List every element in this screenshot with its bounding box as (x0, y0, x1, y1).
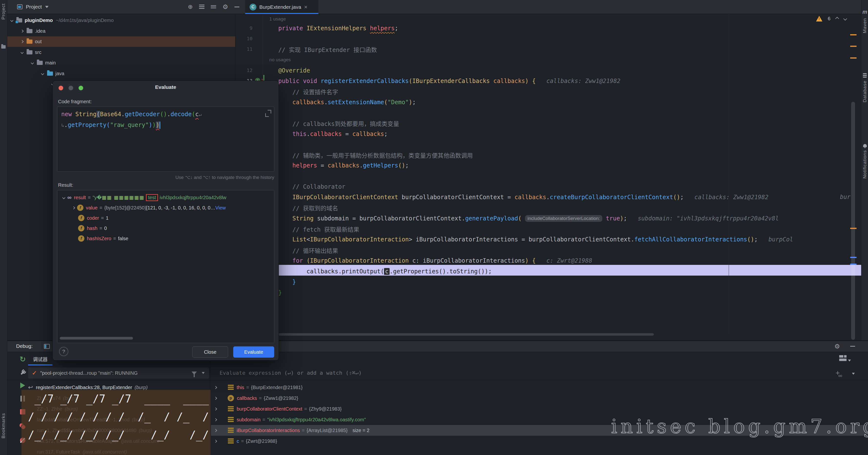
scrollbar-warning-mark[interactable] (850, 228, 857, 229)
code-line[interactable]: this.callbacks = callbacks; (264, 129, 388, 139)
project-tool-icon[interactable] (1, 45, 6, 49)
chevron-down-icon[interactable] (848, 360, 851, 362)
tool-stripe-maven[interactable]: mMaven (861, 9, 868, 33)
code-line[interactable]: 1 usage (264, 14, 286, 24)
gear-icon[interactable]: ⚙ (222, 3, 228, 11)
inspections-widget[interactable]: 6 (816, 16, 846, 22)
chevron-right-icon[interactable] (72, 206, 75, 209)
watch-input-hint[interactable]: Evaluate expression (↵) or add a watch (… (220, 370, 362, 376)
wrench-icon[interactable] (19, 368, 27, 376)
chevron-right-icon[interactable] (214, 429, 217, 432)
tab-debugger[interactable]: 调试器 (28, 354, 53, 365)
chevron-down-icon[interactable] (852, 373, 855, 375)
tree-row-src[interactable]: src (7, 47, 236, 58)
variable-value: false (118, 236, 128, 241)
scrollbar-warning-mark[interactable] (850, 46, 857, 47)
next-warning-icon[interactable] (843, 17, 847, 21)
chevron-down-icon[interactable] (41, 72, 44, 75)
gear-icon[interactable]: ⚙ (834, 343, 840, 350)
prev-warning-icon[interactable] (835, 17, 839, 21)
help-button[interactable]: ? (59, 347, 68, 356)
close-button[interactable]: Close (192, 346, 228, 358)
scrollbar-warning-mark[interactable] (850, 34, 857, 35)
hide-debug-icon[interactable] (850, 346, 855, 346)
chevron-down-icon[interactable] (62, 196, 65, 199)
tree-row-java[interactable]: java (7, 68, 236, 79)
equals-sign: = (241, 438, 244, 444)
scrollbar-info-mark[interactable] (850, 257, 857, 258)
editor-tab[interactable]: C BurpExtender.java × (245, 0, 318, 14)
chevron-right-icon[interactable] (21, 40, 24, 43)
chevron-down-icon[interactable] (10, 19, 13, 22)
code-line[interactable]: IBurpCollaboratorClientContext burpColla… (264, 192, 769, 202)
debug-layout-icon[interactable] (44, 344, 50, 349)
editor-horizontal-scrollbar[interactable] (278, 333, 654, 336)
scrollbar-warning-mark[interactable] (850, 57, 857, 59)
chevron-right-icon[interactable] (214, 418, 217, 421)
locate-icon[interactable]: ⊕ (188, 3, 193, 10)
filter-icon[interactable] (191, 371, 197, 375)
result-tree[interactable]: ∞result="y�▦▦ ▦▦▦▦▦▦testivhl3pdsxkqjftrp… (57, 190, 274, 343)
chevron-right-icon[interactable] (214, 407, 217, 411)
thread-selector[interactable]: ✓ "pool-project-thread...roup "main": RU… (28, 367, 209, 378)
dialog-code-line[interactable]: new String(Base64.getDecoder().decode(c↵ (61, 111, 202, 118)
code-fragment-input[interactable]: new String(Base64.getDecoder().decode(c↵… (57, 107, 274, 172)
expand-editor-icon[interactable] (265, 110, 271, 116)
code-token (303, 257, 306, 264)
hide-panel-icon[interactable] (235, 7, 239, 7)
chevron-down-icon[interactable] (31, 61, 34, 64)
code-line[interactable]: callbacks.printOutput(c.getProperties().… (264, 266, 492, 277)
chevron-down-icon[interactable] (21, 51, 24, 54)
variable-row-burpCollaboratorClientContext[interactable]: burpCollaboratorClientContext={Zhy9@2198… (211, 403, 868, 414)
chevron-right-icon[interactable] (214, 439, 217, 443)
evaluate-button[interactable]: Evaluate (233, 346, 274, 358)
chevron-right-icon[interactable] (214, 386, 217, 389)
text-caret (159, 122, 160, 129)
scrollbar-info-mark[interactable] (850, 264, 857, 265)
close-icon[interactable]: × (304, 4, 308, 10)
result-horizontal-scrollbar[interactable] (60, 337, 133, 339)
layout-settings-icon[interactable] (839, 355, 846, 361)
collapse-all-icon[interactable] (211, 5, 216, 8)
variable-row-callbacks[interactable]: pcallbacks={Zww1@21982} (211, 393, 868, 403)
tree-row-pluginDemo[interactable]: pluginDemo~/d4m1ts/java/pluginDemo (7, 15, 236, 26)
chevron-right-icon[interactable] (214, 397, 217, 400)
result-row-value[interactable]: fvalue={byte[152]@22450} [121, 0, -3, -1… (60, 203, 272, 213)
tool-stripe-bookmarks-label[interactable]: Bookmarks (1, 413, 6, 438)
code-line[interactable]: private IExtensionHelpers helpers; (264, 23, 398, 33)
code-line[interactable]: // 实现 IBurpExtender 接口函数 (264, 44, 377, 55)
add-watch-icon[interactable]: + (836, 369, 844, 377)
chevron-right-icon[interactable] (21, 30, 24, 33)
variable-row-this[interactable]: this={BurpExtender@21981} (211, 382, 868, 393)
result-row-hashIsZero[interactable]: fhashIsZero=false (60, 233, 272, 244)
code-token: callbacks (493, 78, 525, 85)
code-line[interactable]: String subdomain = burpCollaboratorClien… (264, 213, 779, 223)
code-editor[interactable]: I ↑ 6 910111213 1 usage private IExtensi… (236, 14, 861, 340)
tool-stripe-database[interactable]: Database (861, 73, 868, 102)
code-line[interactable]: List<IBurpCollaboratorInteraction> iBurp… (264, 234, 793, 245)
code-line[interactable]: public void registerExtenderCallbacks(IB… (264, 76, 620, 86)
tree-row-out[interactable]: out (7, 36, 236, 47)
tree-row-main[interactable]: main (7, 58, 236, 68)
expand-all-icon[interactable] (199, 5, 205, 9)
code-line[interactable]: // callbacks到处都要用，搞成类变量 (264, 118, 399, 128)
code-line[interactable]: // 辅助类，一般用于辅助分析数据包结构，类变量方便其他函数调用 (264, 150, 473, 160)
rerun-button[interactable]: ↻ (19, 355, 27, 363)
code-line[interactable]: callbacks.setExtensionName("Demo"); (264, 97, 416, 108)
tool-stripe-notifications[interactable]: Notifications (861, 144, 868, 179)
result-row-result[interactable]: ∞result="y�▦▦ ▦▦▦▦▦▦testivhl3pdsxkqjftrp… (60, 192, 272, 203)
tool-stripe-project-label[interactable]: Project (1, 3, 6, 20)
editor-vertical-scrollbar[interactable] (851, 102, 855, 340)
project-panel-header[interactable]: Project (17, 0, 49, 14)
chevron-down-icon[interactable] (45, 6, 49, 8)
code-line[interactable]: @Override (264, 65, 310, 76)
chevron-down-icon[interactable] (202, 372, 205, 374)
dialog-code-line[interactable]: ↳.getProperty("raw_query"))) (61, 122, 160, 129)
code-line[interactable]: for (IBurpCollaboratorInteraction c: iBu… (264, 255, 592, 266)
result-row-hash[interactable]: fhash=0 (60, 223, 272, 233)
code-line[interactable]: no usages (264, 55, 291, 65)
resume-button[interactable] (19, 381, 27, 390)
tree-row-idea[interactable]: .idea (7, 26, 236, 36)
code-line[interactable]: helpers = callbacks.getHelpers(); (264, 160, 409, 171)
result-row-coder[interactable]: fcoder=1 (60, 213, 272, 223)
